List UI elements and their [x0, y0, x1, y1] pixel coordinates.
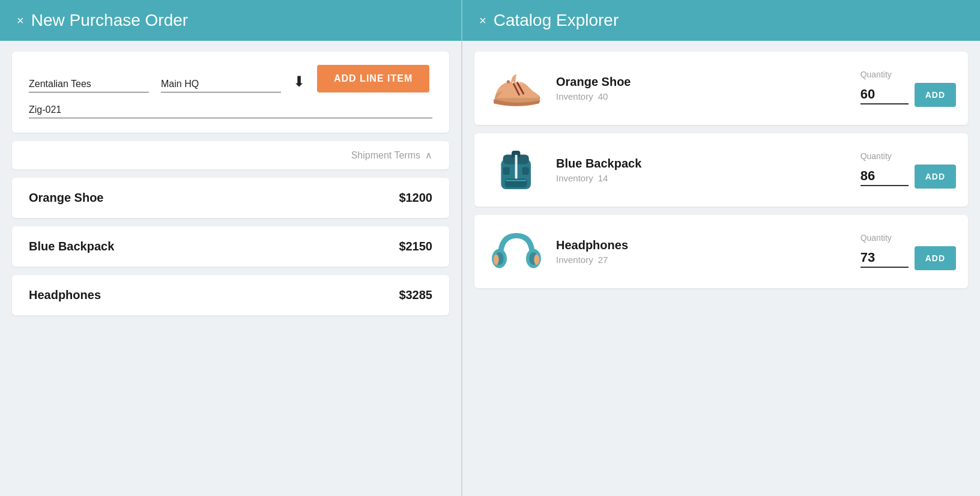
- line-item: Headphones $3285: [12, 275, 449, 315]
- catalog-item-headphones: Headphones Inventory 27 Quantity ADD: [474, 215, 968, 288]
- orange-shoe-image: [486, 61, 546, 115]
- top-bar: × New Purchase Order × Catalog Explorer: [0, 0, 980, 41]
- supplier-input[interactable]: [29, 76, 149, 92]
- right-panel-title: Catalog Explorer: [494, 11, 619, 30]
- shipment-section: Shipment Terms ∧: [12, 141, 449, 169]
- blue-backpack-info: Blue Backpack Inventory 14: [556, 157, 851, 183]
- inventory-label: Inventory: [556, 173, 593, 183]
- catalog-item-name: Blue Backpack: [556, 157, 851, 171]
- inventory-label: Inventory: [556, 255, 593, 265]
- catalog-item-orange-shoe: Orange Shoe Inventory 40 Quantity ADD: [474, 52, 968, 125]
- quantity-label: Quantity: [861, 233, 892, 243]
- catalog-action: Quantity ADD: [861, 151, 956, 189]
- svg-rect-6: [505, 178, 527, 187]
- chevron-up-icon: ∧: [425, 150, 432, 161]
- line-item: Blue Backpack $2150: [12, 226, 449, 267]
- location-input[interactable]: [161, 76, 281, 92]
- svg-point-16: [534, 254, 539, 265]
- add-headphones-button[interactable]: ADD: [915, 246, 956, 270]
- right-panel: Orange Shoe Inventory 40 Quantity ADD: [462, 41, 980, 496]
- headphones-info: Headphones Inventory 27: [556, 238, 851, 265]
- line-item-name: Orange Shoe: [29, 191, 103, 205]
- line-item: Orange Shoe $1200: [12, 178, 449, 218]
- line-item-price: $1200: [399, 191, 432, 205]
- headphones-image: [486, 225, 546, 279]
- left-panel: ⬇ ADD LINE ITEM Shipment Terms ∧ Orange …: [0, 41, 462, 496]
- quantity-input-headphones[interactable]: [861, 249, 909, 268]
- catalog-item-name: Orange Shoe: [556, 75, 851, 89]
- line-item-price: $2150: [399, 240, 432, 253]
- inventory-row: Inventory 40: [556, 91, 851, 101]
- right-panel-header: × Catalog Explorer: [462, 0, 980, 41]
- catalog-item-blue-backpack: Blue Backpack Inventory 14 Quantity ADD: [474, 133, 968, 207]
- line-item-name: Blue Backpack: [29, 240, 114, 253]
- quantity-label: Quantity: [861, 70, 892, 79]
- svg-rect-5: [515, 154, 518, 181]
- line-items-list: Orange Shoe $1200 Blue Backpack $2150 He…: [12, 178, 449, 315]
- reference-field[interactable]: [29, 102, 432, 118]
- location-field[interactable]: [161, 76, 281, 92]
- line-item-price: $3285: [399, 288, 432, 302]
- catalog-action: Quantity ADD: [861, 233, 956, 270]
- quantity-label: Quantity: [861, 151, 892, 161]
- download-icon[interactable]: ⬇: [293, 73, 305, 90]
- catalog-item-name: Headphones: [556, 238, 851, 252]
- add-backpack-button[interactable]: ADD: [915, 165, 956, 189]
- svg-point-1: [507, 80, 510, 83]
- main-content: ⬇ ADD LINE ITEM Shipment Terms ∧ Orange …: [0, 41, 980, 496]
- inventory-label: Inventory: [556, 91, 593, 101]
- quantity-row: ADD: [861, 165, 956, 189]
- svg-rect-9: [503, 167, 510, 175]
- shipment-terms-header[interactable]: Shipment Terms ∧: [29, 150, 432, 161]
- orange-shoe-info: Orange Shoe Inventory 40: [556, 75, 851, 101]
- left-panel-header: × New Purchase Order: [0, 0, 462, 41]
- form-top-row: ⬇ ADD LINE ITEM: [29, 65, 432, 92]
- blue-backpack-image: [486, 143, 546, 197]
- left-panel-close[interactable]: ×: [17, 14, 24, 28]
- svg-point-15: [494, 254, 499, 265]
- inventory-count: 27: [598, 255, 608, 265]
- catalog-action: Quantity ADD: [861, 70, 956, 107]
- form-card: ⬇ ADD LINE ITEM: [12, 52, 449, 133]
- reference-input[interactable]: [29, 104, 197, 115]
- quantity-row: ADD: [861, 83, 956, 107]
- right-panel-close[interactable]: ×: [479, 14, 486, 28]
- supplier-field[interactable]: [29, 76, 149, 92]
- left-panel-title: New Purchase Order: [31, 11, 188, 30]
- add-line-item-button[interactable]: ADD LINE ITEM: [317, 65, 429, 92]
- add-shoe-button[interactable]: ADD: [915, 83, 956, 107]
- inventory-row: Inventory 14: [556, 173, 851, 183]
- inventory-count: 40: [598, 91, 608, 101]
- inventory-row: Inventory 27: [556, 255, 851, 265]
- svg-rect-10: [522, 167, 529, 175]
- quantity-row: ADD: [861, 246, 956, 270]
- inventory-count: 14: [598, 173, 608, 183]
- quantity-input-shoe[interactable]: [861, 85, 909, 104]
- shipment-terms-label: Shipment Terms: [351, 150, 420, 161]
- line-item-name: Headphones: [29, 288, 101, 302]
- svg-rect-8: [513, 152, 519, 154]
- quantity-input-backpack[interactable]: [861, 167, 909, 186]
